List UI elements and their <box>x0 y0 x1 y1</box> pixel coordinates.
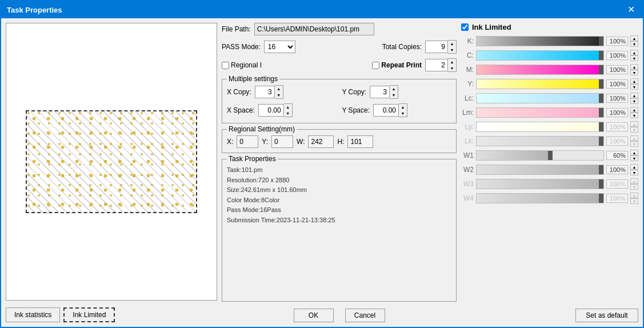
ink-down-k[interactable]: ▼ <box>630 41 638 47</box>
pass-mode-select[interactable]: 16 8 32 <box>264 41 295 53</box>
ink-label-w2: W2 <box>461 166 474 174</box>
ink-up-k[interactable]: ▲ <box>630 35 638 41</box>
ink-pct-y: 100% <box>606 79 628 89</box>
close-button[interactable]: ✕ <box>625 5 637 14</box>
total-copies-down[interactable]: ▼ <box>448 47 456 53</box>
task-properties-box: Task Properties Task:101.pm Resolution:7… <box>222 159 457 302</box>
rs-h-label: H: <box>337 138 344 146</box>
repeat-print-down[interactable]: ▼ <box>448 65 456 71</box>
y-copy-down[interactable]: ▼ <box>390 92 398 98</box>
y-space-down[interactable]: ▼ <box>399 110 407 117</box>
x-copy-down[interactable]: ▼ <box>275 92 283 98</box>
ink-label-k: K: <box>461 37 474 45</box>
ink-channel-m: M: 100% ▲ ▼ <box>461 63 638 76</box>
ink-down-y[interactable]: ▼ <box>630 84 638 90</box>
total-copies-spinner: ▲ ▼ <box>425 40 457 54</box>
regional-label: Regional I <box>231 61 262 69</box>
ink-bar-y <box>477 79 603 89</box>
ink-slider-y[interactable] <box>476 79 604 89</box>
rs-x-label: X: <box>227 138 233 146</box>
repeat-print-checkbox[interactable] <box>372 62 379 69</box>
ink-spinbtns-m: ▲ ▼ <box>630 64 638 75</box>
x-copy-input[interactable] <box>255 86 275 98</box>
y-copy-input[interactable] <box>370 86 390 98</box>
multiple-settings-title: Multiple settings <box>227 75 279 83</box>
left-panel: Ink statistics Ink Limited <box>6 23 217 322</box>
ink-bar-ly <box>477 122 603 131</box>
ink-slider-k[interactable] <box>476 36 604 46</box>
ink-thumb-lm[interactable] <box>599 108 603 117</box>
pattern-overlay <box>27 111 196 212</box>
ink-spinbtns-w2: ▲ ▼ <box>630 164 638 175</box>
ink-down-w4: ▼ <box>630 198 638 204</box>
ink-spinbtns-k: ▲ ▼ <box>630 35 638 47</box>
regional-checkbox[interactable] <box>222 62 229 69</box>
ink-pct-c: 100% <box>606 51 628 60</box>
ok-button[interactable]: OK <box>294 309 334 322</box>
ink-thumb-w1[interactable] <box>548 151 553 160</box>
ink-up-y[interactable]: ▲ <box>630 78 638 84</box>
ink-slider-m[interactable] <box>476 65 604 75</box>
repeat-print-input[interactable] <box>425 59 448 71</box>
ink-label-ly: Ly: <box>461 123 474 131</box>
y-copy-row: Y Copy: ▲ ▼ <box>342 85 452 99</box>
ink-down-w3: ▼ <box>630 184 638 190</box>
total-copies-input[interactable] <box>425 41 448 53</box>
ink-limited-button[interactable]: Ink Limited <box>63 307 115 322</box>
set-default-button[interactable]: Set as default <box>575 309 638 322</box>
x-space-input[interactable] <box>258 104 284 117</box>
regional-checkbox-label[interactable]: Regional I <box>222 61 262 69</box>
ink-thumb-m[interactable] <box>599 65 603 74</box>
ink-statistics-button[interactable]: Ink statistics <box>6 307 60 322</box>
ink-thumb-lc[interactable] <box>599 94 603 103</box>
ink-channel-c: C: 100% ▲ ▼ <box>461 49 638 62</box>
ink-slider-w1[interactable] <box>476 150 604 161</box>
repeat-print-label[interactable]: Repeat Print <box>372 61 422 69</box>
ink-slider-lc[interactable] <box>476 93 604 103</box>
cancel-button[interactable]: Cancel <box>345 309 385 322</box>
x-space-up[interactable]: ▲ <box>284 104 292 110</box>
ink-slider-w2[interactable] <box>476 165 604 175</box>
ink-up-lc[interactable]: ▲ <box>630 93 638 98</box>
rs-x-input[interactable] <box>237 135 258 148</box>
repeat-print-up[interactable]: ▲ <box>448 59 456 65</box>
rs-h-input[interactable] <box>347 135 373 148</box>
ink-thumb-w2[interactable] <box>599 165 603 174</box>
y-space-up[interactable]: ▲ <box>399 104 407 110</box>
x-copy-up[interactable]: ▲ <box>275 86 283 92</box>
ink-up-m[interactable]: ▲ <box>630 64 638 70</box>
x-space-down[interactable]: ▼ <box>284 110 292 117</box>
ink-slider-c[interactable] <box>476 50 604 61</box>
ink-slider-lm[interactable] <box>476 107 604 118</box>
repeat-print-text: Repeat Print <box>381 61 422 69</box>
y-space-input[interactable] <box>373 104 399 117</box>
ink-up-w2[interactable]: ▲ <box>630 164 638 170</box>
preview-canvas <box>6 23 217 300</box>
ink-up-c[interactable]: ▲ <box>630 50 638 55</box>
ink-down-lc[interactable]: ▼ <box>630 98 638 104</box>
ink-down-m[interactable]: ▼ <box>630 70 638 75</box>
ink-down-w2[interactable]: ▼ <box>630 170 638 175</box>
total-copies-up[interactable]: ▲ <box>448 41 456 47</box>
ink-down-lm[interactable]: ▼ <box>630 113 638 118</box>
y-copy-up[interactable]: ▲ <box>390 86 398 92</box>
file-path-input[interactable] <box>254 23 374 35</box>
ink-pct-w4: 100% <box>606 194 628 203</box>
x-space-spinner: ▲ ▼ <box>258 103 293 117</box>
task-props-content: Task:101.pm Resolution:720 x 2880 Size:2… <box>227 165 451 226</box>
ink-thumb-y[interactable] <box>599 79 603 89</box>
ink-down-w1[interactable]: ▼ <box>630 155 638 161</box>
ink-limited-checkbox[interactable] <box>461 23 469 31</box>
ink-thumb-k[interactable] <box>599 37 603 46</box>
ink-up-w1[interactable]: ▲ <box>630 150 638 155</box>
ink-down-lk: ▼ <box>630 141 638 147</box>
ink-up-lm[interactable]: ▲ <box>630 107 638 113</box>
regional-repeat-row: Regional I Repeat Print ▲ ▼ <box>222 58 457 72</box>
size-line: Size:242.61mm x 101.60mm <box>227 185 451 195</box>
ink-thumb-c[interactable] <box>599 51 603 60</box>
ink-down-c[interactable]: ▼ <box>630 55 638 61</box>
rs-y-input[interactable] <box>271 135 293 148</box>
ink-spinbtns-w4: ▲ ▼ <box>630 193 638 204</box>
y-space-label: Y Space: <box>342 106 370 114</box>
rs-w-input[interactable] <box>308 135 334 148</box>
